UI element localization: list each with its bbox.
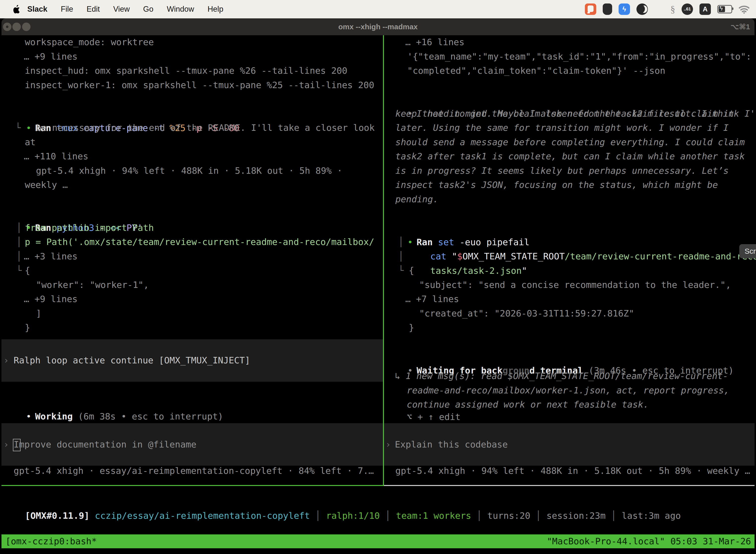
menu-item-edit[interactable]: Edit — [80, 5, 107, 14]
log-line: inspect_hud: omx sparkshell --tmux-pane … — [25, 63, 347, 78]
waiting-status: •Waiting for background terminal (3m 46s… — [386, 349, 734, 364]
left-input-placeholder[interactable]: Improve documentation in @filename — [14, 437, 196, 452]
session-timer: session:23m — [547, 510, 606, 521]
code-line: from pathlib import Path — [25, 221, 154, 235]
menu-item-window[interactable]: Window — [160, 5, 201, 14]
menu-item-go[interactable]: Go — [136, 5, 160, 14]
log-line: workspace_mode: worktree — [25, 35, 154, 49]
thinking-line: later. Using the same for transition mig… — [395, 121, 729, 135]
focus-moon-icon[interactable] — [636, 3, 648, 15]
menu-item-file[interactable]: File — [54, 5, 80, 14]
separator: │ — [606, 510, 622, 521]
shortcuts-icon[interactable]: § — [671, 4, 675, 15]
thinking-line: inspect task2's JSON, focusing on the st… — [395, 178, 718, 192]
app-grid-icon[interactable] — [654, 4, 664, 14]
code-more-line: … +3 lines — [24, 249, 78, 264]
log-line: … +16 lines — [405, 35, 464, 49]
output-line: weekly … — [25, 178, 68, 192]
log-line: '{"team_name":"my-team","task_id":"1","f… — [407, 49, 751, 64]
thinking-line: pending. — [395, 192, 438, 207]
output-line: "worker": "worker-1", — [36, 278, 149, 292]
input-source-icon[interactable]: A — [699, 3, 711, 15]
output-line: at — [25, 135, 36, 150]
corner-connector-icon: └ — [398, 263, 404, 278]
privacy-shield-icon[interactable] — [603, 3, 612, 15]
separator: │ — [471, 510, 487, 521]
bullet-icon: • — [26, 411, 32, 422]
output-line: be necessary for the end of the README. … — [36, 121, 375, 135]
output-line: "subject": "send a concise recommendatio… — [419, 278, 731, 292]
separator: │ — [310, 510, 326, 521]
ralph-counter: ralph:1/10 — [326, 510, 380, 521]
messenger-icon[interactable]: ϟ — [619, 3, 630, 15]
thinking-line: task2 after task1 is complete, but can I… — [395, 149, 745, 164]
pipe-connector-icon: │ — [398, 235, 404, 249]
omx-version: [OMX#0.11.9] — [25, 510, 89, 521]
log-line: "completed","claim_token":"claim-token"}… — [407, 63, 665, 78]
apple-icon[interactable] — [13, 5, 20, 13]
right-pane-border — [384, 485, 755, 486]
output-line: { — [409, 263, 414, 278]
pane-divider[interactable] — [383, 35, 384, 486]
inject-banner-text: Ralph loop active continue [OMX_TMUX_INJ… — [14, 353, 250, 368]
working-status: •Working (6m 38s • esc to interrupt) — [4, 395, 223, 409]
left-pane-border — [1, 485, 383, 486]
ran-python-command: •Ran python3 - <<'PY' — [4, 206, 143, 221]
team-counter: team:1 workers — [396, 510, 471, 521]
menu-bar: Slack File Edit View Go Window Help ϟ § … — [0, 0, 756, 18]
corner-connector-icon: └ — [15, 121, 21, 135]
menu-item-view[interactable]: View — [107, 5, 136, 14]
log-line: inspect_worker-1: omx sparkshell --tmux-… — [25, 78, 374, 92]
separator: │ — [380, 510, 396, 521]
path-segment: tasks/task-2.json — [430, 266, 522, 276]
output-line: gpt-5.4 xhigh · 94% left · 488K in · 5.1… — [36, 164, 342, 178]
mailbox-note-line: readme-and-reco/mailbox/worker-1.json, a… — [407, 383, 729, 398]
output-line: } — [25, 321, 30, 335]
separator: │ — [530, 510, 547, 521]
pipe-connector-icon: │ — [16, 249, 22, 264]
right-pane-statusline: gpt-5.4 xhigh · 94% left · 488K in · 5.1… — [395, 464, 750, 478]
output-line: } — [409, 321, 414, 335]
right-input-placeholder[interactable]: Explain this codebase — [395, 437, 508, 452]
output-line: ] — [36, 306, 42, 321]
path-segment: /team/review-current-readme-and-reco/ — [565, 251, 756, 261]
output-line: { — [25, 263, 30, 278]
thinking-line: keep that in mind. Maybe I also need the… — [395, 107, 734, 121]
cat-command-line: tasks/task-2.json" — [409, 249, 527, 264]
output-line: … +110 lines — [24, 149, 88, 164]
battery-percent-badge-icon[interactable]: ..61 — [682, 3, 693, 15]
corner-connector-icon: └ — [16, 263, 22, 278]
prompt-icon: › — [3, 437, 9, 452]
mailbox-note-line: ↳ 1 new msg(s): read $OMX_TEAM_STATE_ROO… — [395, 369, 728, 383]
menu-item-help[interactable]: Help — [201, 5, 230, 14]
window-shortcut-badge: ⌥⌘1 — [731, 18, 750, 35]
edit-hint: ⌥ + ↑ edit — [407, 410, 460, 424]
thinking-line: is in progress? It seems likely but perh… — [395, 164, 729, 178]
working-label: Working — [35, 411, 73, 422]
screen-recording-icon[interactable] — [585, 3, 596, 15]
pipe-connector-icon: │ — [16, 235, 22, 249]
battery-icon[interactable]: ϟ — [717, 5, 732, 13]
menu-bar-status-icons: ϟ § ..61 A ϟ — [585, 0, 750, 18]
cat-command-line: cat "$OMX_TEAM_STATE_ROOT/team/review-cu… — [409, 235, 756, 249]
bullet-icon: • — [26, 123, 32, 133]
code-line: p = Path('.omx/state/team/review-current… — [25, 235, 374, 249]
menu-item-slack[interactable]: Slack — [25, 5, 54, 14]
prompt-icon: › — [385, 437, 391, 452]
output-line: … +7 lines — [405, 292, 459, 306]
repo-name: cczip/essay/ai-reimplementation-copyleft — [89, 510, 310, 521]
working-meta: (6m 38s • esc to interrupt) — [73, 411, 223, 422]
pipe-connector-icon: │ — [398, 249, 404, 264]
wifi-icon[interactable] — [739, 5, 750, 14]
screen-tooltip: Scre — [739, 244, 756, 258]
ran-set-command: •Ran set -euo pipefail — [386, 221, 529, 235]
menu-bar-left: Slack File Edit View Go Window Help — [0, 5, 230, 14]
prompt-icon: › — [3, 353, 9, 368]
tmux-status-bar: [omx-cczip0:bash* "MacBook-Pro-44.local"… — [1, 535, 755, 548]
tmux-session-name[interactable]: [omx-cczip0:bash* — [5, 535, 97, 548]
omx-status-line: [OMX#0.11.9] cczip/essay/ai-reimplementa… — [3, 494, 681, 509]
left-pane-statusline: gpt-5.4 xhigh · essay/ai-reimplementatio… — [14, 464, 374, 478]
quote: " — [522, 266, 527, 276]
window-title: omx --xhigh --madmax — [1, 18, 755, 35]
pipe-connector-icon: │ — [16, 221, 22, 235]
